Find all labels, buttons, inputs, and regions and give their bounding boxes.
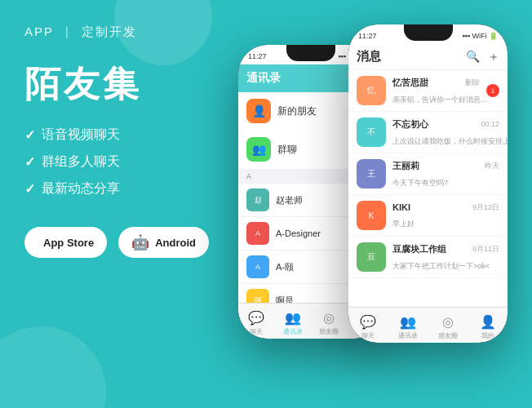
appstore-button[interactable]: App Store [24,227,107,258]
tab-moments[interactable]: ◎ 朋友圈 [311,307,348,336]
badge-1: 1 [486,84,499,97]
msg-name-1: 忆苦思甜 [392,77,428,89]
tab-chat-label: 聊天 [250,327,263,336]
msg-time-2: 00:12 [481,120,499,128]
contact-avatar-1: 赵 [246,188,269,211]
feature-3: ✓ 最新动态分享 [24,180,237,197]
android-label: Android [155,237,196,249]
feature-1-text: 语音视频聊天 [42,126,120,144]
tab-contacts[interactable]: 👥 通讯录 [275,307,312,336]
message-top-1: 忆苦思甜 删除 [392,77,480,89]
appstore-label: App Store [43,237,94,249]
messages-signal: ▪▪▪ WiFi 🔋 [462,32,498,40]
check-icon-2: ✓ [24,154,35,170]
contact-name-3: A-颐 [276,261,294,273]
avatar-1: 忆 [357,76,386,105]
contact-avatar-2: A [246,222,269,245]
feature-1: ✓ 语音视频聊天 [24,126,237,144]
app-text: APP [24,24,54,38]
msg-tab-me-label: 我的 [481,331,494,340]
message-content-4: KIKI 9月12日 早上好 [392,202,499,229]
message-top-2: 不忘初心 00:12 [392,118,499,131]
message-row-5[interactable]: 豆 豆腐块工作组 9月11日 大家下午把工作计划一下>ok< [348,237,508,278]
contact-avatar-3: A [246,255,269,278]
avatar-3: 王 [357,159,386,188]
contacts-title: 通讯录 [246,71,281,86]
message-content-1: 忆苦思甜 删除 亲亲铝，告诉你一个好消息... [392,77,480,105]
message-list: 忆 忆苦思甜 删除 亲亲铝，告诉你一个好消息... 1 不 [348,70,508,278]
avatar-2: 不 [357,118,386,147]
msg-name-5: 豆腐块工作组 [392,243,446,255]
message-row-4[interactable]: K KIKI 9月12日 早上好 [348,195,508,237]
message-row-1[interactable]: 忆 忆苦思甜 删除 亲亲铝，告诉你一个好消息... 1 [348,70,508,112]
contacts-icon: 👥 [285,310,301,326]
msg-tab-contacts[interactable]: 👥 通讯录 [388,311,428,340]
msg-name-2: 不忘初心 [392,118,428,131]
subtitle-text: 定制开发 [82,24,137,38]
group-chat-label: 群聊 [277,143,297,157]
contact-name-2: A-Designer [276,228,321,238]
phones-area: 11:27 ▪▪▪ WiFi 🔋 通讯录 🔍 ＋ 👤 新的朋友 👥 群聊 [206,0,532,408]
msg-tab-friends[interactable]: ◎ 朋友圈 [428,311,468,340]
avatar-4: K [357,201,386,230]
messages-notch [404,24,453,41]
messages-add-icon[interactable]: ＋ [488,50,499,64]
tab-chat[interactable]: 💬 聊天 [238,307,275,336]
header-label: APP | 定制开发 [24,24,237,40]
message-top-4: KIKI 9月12日 [392,202,499,213]
check-icon-3: ✓ [24,181,35,197]
message-content-5: 豆腐块工作组 9月11日 大家下午把工作计划一下>ok< [392,243,499,272]
tab-contacts-label: 通讯录 [283,327,303,336]
messages-screen: 11:27 ▪▪▪ WiFi 🔋 消息 🔍 ＋ 忆 忆苦思甜 [348,24,508,343]
feature-3-text: 最新动态分享 [42,180,120,197]
msg-preview-3: 今天下午有空吗? [392,179,448,187]
android-button[interactable]: 🤖 Android [118,227,209,258]
message-top-5: 豆腐块工作组 9月11日 [392,243,499,255]
msg-name-4: KIKI [392,202,410,212]
msg-time-4: 9月12日 [472,202,499,213]
messages-time: 11:27 [358,32,377,40]
contact-name-1: 赵老师 [276,194,303,206]
msg-preview-1: 亲亲铝，告诉你一个好消息... [392,95,487,104]
messages-header-icons: 🔍 ＋ [466,50,499,64]
msg-preview-4: 早上好 [392,220,415,228]
msg-tab-chat-label: 聊天 [361,331,375,340]
messages-phone: 11:27 ▪▪▪ WiFi 🔋 消息 🔍 ＋ 忆 忆苦思甜 [348,24,508,343]
contacts-time: 11:27 [248,52,267,60]
messages-title: 消息 [357,49,381,64]
msg-time-5: 9月11日 [472,244,499,255]
left-content: APP | 定制开发 陌友集 ✓ 语音视频聊天 ✓ 群组多人聊天 ✓ 最新动态分… [24,0,237,408]
contacts-notch [286,45,335,61]
moments-icon: ◎ [323,310,335,326]
message-content-3: 王丽莉 昨天 今天下午有空吗? [392,160,499,188]
android-icon: 🤖 [131,233,149,251]
msg-tab-friends-label: 朋友圈 [438,331,458,340]
feature-2-text: 群组多人聊天 [42,153,120,171]
message-content-2: 不忘初心 00:12 上次说让请我吃饭，什么时候安排上呢？ [392,118,499,147]
messages-header: 消息 🔍 ＋ [348,44,508,70]
msg-friends-icon: ◎ [442,314,454,330]
msg-time-3: 昨天 [485,161,499,171]
msg-time-1: 删除 [465,78,480,88]
app-title: 陌友集 [24,64,237,104]
feature-2: ✓ 群组多人聊天 [24,153,237,171]
msg-tab-chat[interactable]: 💬 聊天 [348,311,388,340]
message-top-3: 王丽莉 昨天 [392,160,499,172]
msg-tab-me[interactable]: 👤 我的 [468,311,508,340]
messages-tab-bar: 💬 聊天 👥 通讯录 ◎ 朋友圈 👤 我的 [348,307,508,343]
msg-chat-icon: 💬 [360,314,376,330]
msg-contacts-icon: 👥 [400,314,416,330]
msg-name-3: 王丽莉 [392,160,419,172]
chat-icon: 💬 [248,310,264,326]
new-friends-icon: 👤 [246,99,271,123]
divider: | [65,24,70,38]
messages-search-icon[interactable]: 🔍 [466,50,480,64]
tab-moments-label: 朋友圈 [319,327,339,336]
msg-me-icon: 👤 [480,314,496,330]
new-friends-label: 新的朋友 [277,104,317,118]
store-buttons: App Store 🤖 Android [24,227,237,258]
avatar-5: 豆 [357,242,386,272]
message-row-3[interactable]: 王 王丽莉 昨天 今天下午有空吗? [348,153,508,195]
msg-preview-5: 大家下午把工作计划一下>ok< [392,262,490,270]
message-row-2[interactable]: 不 不忘初心 00:12 上次说让请我吃饭，什么时候安排上呢？ [348,112,508,153]
